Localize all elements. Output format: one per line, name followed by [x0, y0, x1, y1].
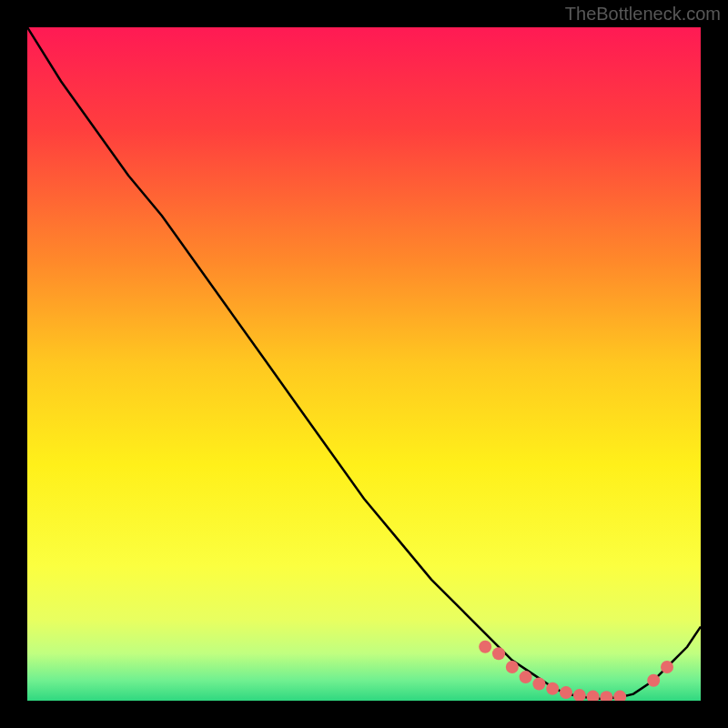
highlight-marker [647, 674, 660, 687]
highlight-marker [492, 647, 505, 660]
chart-svg [27, 27, 701, 701]
highlight-marker [661, 661, 673, 673]
highlight-marker [560, 686, 572, 699]
chart-plot-area [27, 27, 701, 701]
highlight-marker [532, 678, 545, 691]
gradient-background [27, 27, 701, 701]
highlight-marker [506, 661, 519, 673]
highlight-marker [546, 682, 559, 695]
highlight-marker [479, 641, 491, 653]
highlight-marker [520, 671, 532, 683]
watermark-text: TheBottleneck.com [565, 4, 721, 25]
